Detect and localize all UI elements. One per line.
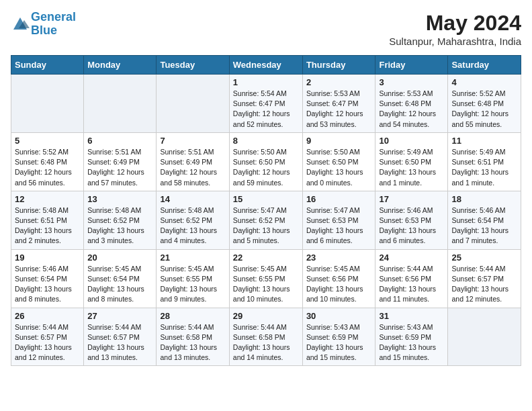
location: Sultanpur, Maharashtra, India: [389, 36, 521, 47]
weekday-header-row: SundayMondayTuesdayWednesdayThursdayFrid…: [11, 56, 521, 75]
day-number: 2: [306, 77, 372, 87]
day-number: 4: [451, 77, 517, 87]
calendar-cell: 17Sunrise: 5:46 AM Sunset: 6:53 PM Dayli…: [375, 191, 448, 249]
calendar-cell: [448, 308, 521, 366]
calendar-cell: 6Sunrise: 5:51 AM Sunset: 6:49 PM Daylig…: [84, 132, 157, 191]
calendar-cell: 30Sunrise: 5:43 AM Sunset: 6:59 PM Dayli…: [302, 308, 375, 366]
calendar-cell: 23Sunrise: 5:45 AM Sunset: 6:56 PM Dayli…: [302, 249, 375, 308]
day-number: 23: [306, 253, 372, 263]
calendar-cell: 24Sunrise: 5:44 AM Sunset: 6:56 PM Dayli…: [375, 249, 448, 308]
day-number: 15: [233, 194, 299, 204]
day-info: Sunrise: 5:48 AM Sunset: 6:51 PM Dayligh…: [15, 205, 80, 246]
day-info: Sunrise: 5:45 AM Sunset: 6:54 PM Dayligh…: [87, 264, 152, 305]
day-info: Sunrise: 5:45 AM Sunset: 6:55 PM Dayligh…: [160, 264, 225, 305]
calendar-cell: 27Sunrise: 5:44 AM Sunset: 6:57 PM Dayli…: [84, 308, 157, 366]
calendar-cell: 13Sunrise: 5:48 AM Sunset: 6:52 PM Dayli…: [84, 191, 157, 249]
day-number: 1: [233, 77, 299, 87]
calendar-cell: 15Sunrise: 5:47 AM Sunset: 6:52 PM Dayli…: [229, 191, 302, 249]
day-info: Sunrise: 5:43 AM Sunset: 6:59 PM Dayligh…: [306, 322, 372, 363]
day-info: Sunrise: 5:46 AM Sunset: 6:53 PM Dayligh…: [379, 205, 444, 246]
weekday-header-friday: Friday: [375, 56, 448, 75]
day-info: Sunrise: 5:44 AM Sunset: 6:57 PM Dayligh…: [451, 264, 517, 305]
calendar-cell: 8Sunrise: 5:50 AM Sunset: 6:50 PM Daylig…: [229, 132, 302, 191]
calendar-cell: 25Sunrise: 5:44 AM Sunset: 6:57 PM Dayli…: [448, 249, 521, 308]
calendar-cell: 21Sunrise: 5:45 AM Sunset: 6:55 PM Dayli…: [157, 249, 229, 308]
calendar-cell: 29Sunrise: 5:44 AM Sunset: 6:58 PM Dayli…: [229, 308, 302, 366]
weekday-header-wednesday: Wednesday: [229, 56, 302, 75]
calendar-cell: 20Sunrise: 5:45 AM Sunset: 6:54 PM Dayli…: [84, 249, 157, 308]
day-number: 17: [379, 194, 444, 204]
day-number: 5: [15, 136, 80, 146]
day-number: 24: [379, 253, 444, 263]
day-info: Sunrise: 5:48 AM Sunset: 6:52 PM Dayligh…: [160, 205, 225, 246]
day-number: 30: [306, 311, 372, 321]
day-info: Sunrise: 5:51 AM Sunset: 6:49 PM Dayligh…: [160, 147, 225, 188]
day-number: 12: [15, 194, 80, 204]
day-number: 3: [379, 77, 444, 87]
month-title: May 2024: [389, 11, 521, 36]
calendar-cell: 11Sunrise: 5:49 AM Sunset: 6:51 PM Dayli…: [448, 132, 521, 191]
day-info: Sunrise: 5:54 AM Sunset: 6:47 PM Dayligh…: [233, 89, 299, 130]
day-number: 31: [379, 311, 444, 321]
day-number: 25: [451, 253, 517, 263]
day-number: 8: [233, 136, 299, 146]
calendar-cell: 19Sunrise: 5:46 AM Sunset: 6:54 PM Dayli…: [11, 249, 84, 308]
day-number: 18: [451, 194, 517, 204]
day-number: 11: [451, 136, 517, 146]
weekday-header-tuesday: Tuesday: [157, 56, 229, 75]
weekday-header-sunday: Sunday: [11, 56, 84, 75]
day-info: Sunrise: 5:49 AM Sunset: 6:51 PM Dayligh…: [451, 147, 517, 188]
day-number: 10: [379, 136, 444, 146]
day-number: 19: [15, 253, 80, 263]
page-header: General Blue May 2024 Sultanpur, Maharas…: [11, 11, 521, 47]
title-block: May 2024 Sultanpur, Maharashtra, India: [389, 11, 521, 47]
calendar-cell: 5Sunrise: 5:52 AM Sunset: 6:48 PM Daylig…: [11, 132, 84, 191]
logo: General Blue: [11, 11, 76, 38]
day-info: Sunrise: 5:51 AM Sunset: 6:49 PM Dayligh…: [87, 147, 152, 188]
calendar-cell: 14Sunrise: 5:48 AM Sunset: 6:52 PM Dayli…: [157, 191, 229, 249]
calendar-cell: 16Sunrise: 5:47 AM Sunset: 6:53 PM Dayli…: [302, 191, 375, 249]
day-number: 20: [87, 253, 152, 263]
day-number: 29: [233, 311, 299, 321]
logo-general: General: [31, 10, 76, 24]
day-number: 13: [87, 194, 152, 204]
day-info: Sunrise: 5:45 AM Sunset: 6:55 PM Dayligh…: [233, 264, 299, 305]
weekday-header-thursday: Thursday: [302, 56, 375, 75]
day-info: Sunrise: 5:53 AM Sunset: 6:48 PM Dayligh…: [379, 89, 444, 130]
day-info: Sunrise: 5:46 AM Sunset: 6:54 PM Dayligh…: [15, 264, 80, 305]
calendar-cell: 3Sunrise: 5:53 AM Sunset: 6:48 PM Daylig…: [375, 75, 448, 133]
day-info: Sunrise: 5:53 AM Sunset: 6:47 PM Dayligh…: [306, 89, 372, 130]
logo-icon: [11, 15, 30, 34]
weekday-header-monday: Monday: [84, 56, 157, 75]
calendar-table: SundayMondayTuesdayWednesdayThursdayFrid…: [11, 55, 521, 366]
day-number: 14: [160, 194, 225, 204]
calendar-cell: 1Sunrise: 5:54 AM Sunset: 6:47 PM Daylig…: [229, 75, 302, 133]
calendar-week-4: 19Sunrise: 5:46 AM Sunset: 6:54 PM Dayli…: [11, 249, 521, 308]
day-number: 27: [87, 311, 152, 321]
day-number: 26: [15, 311, 80, 321]
calendar-cell: 22Sunrise: 5:45 AM Sunset: 6:55 PM Dayli…: [229, 249, 302, 308]
day-info: Sunrise: 5:45 AM Sunset: 6:56 PM Dayligh…: [306, 264, 372, 305]
day-info: Sunrise: 5:52 AM Sunset: 6:48 PM Dayligh…: [451, 89, 517, 130]
calendar-cell: 10Sunrise: 5:49 AM Sunset: 6:50 PM Dayli…: [375, 132, 448, 191]
day-info: Sunrise: 5:44 AM Sunset: 6:56 PM Dayligh…: [379, 264, 444, 305]
logo-blue: Blue: [31, 24, 57, 37]
day-info: Sunrise: 5:43 AM Sunset: 6:59 PM Dayligh…: [379, 322, 444, 363]
day-info: Sunrise: 5:44 AM Sunset: 6:57 PM Dayligh…: [87, 322, 152, 363]
calendar-cell: 12Sunrise: 5:48 AM Sunset: 6:51 PM Dayli…: [11, 191, 84, 249]
calendar-cell: 28Sunrise: 5:44 AM Sunset: 6:58 PM Dayli…: [157, 308, 229, 366]
calendar-cell: [11, 75, 84, 133]
weekday-header-saturday: Saturday: [448, 56, 521, 75]
day-info: Sunrise: 5:50 AM Sunset: 6:50 PM Dayligh…: [306, 147, 372, 188]
calendar-cell: 9Sunrise: 5:50 AM Sunset: 6:50 PM Daylig…: [302, 132, 375, 191]
calendar-cell: 26Sunrise: 5:44 AM Sunset: 6:57 PM Dayli…: [11, 308, 84, 366]
calendar-cell: 2Sunrise: 5:53 AM Sunset: 6:47 PM Daylig…: [302, 75, 375, 133]
calendar-cell: 7Sunrise: 5:51 AM Sunset: 6:49 PM Daylig…: [157, 132, 229, 191]
calendar-cell: [157, 75, 229, 133]
day-info: Sunrise: 5:52 AM Sunset: 6:48 PM Dayligh…: [15, 147, 80, 188]
day-number: 21: [160, 253, 225, 263]
day-info: Sunrise: 5:44 AM Sunset: 6:58 PM Dayligh…: [233, 322, 299, 363]
calendar-week-2: 5Sunrise: 5:52 AM Sunset: 6:48 PM Daylig…: [11, 132, 521, 191]
day-number: 22: [233, 253, 299, 263]
day-info: Sunrise: 5:46 AM Sunset: 6:54 PM Dayligh…: [451, 205, 517, 246]
